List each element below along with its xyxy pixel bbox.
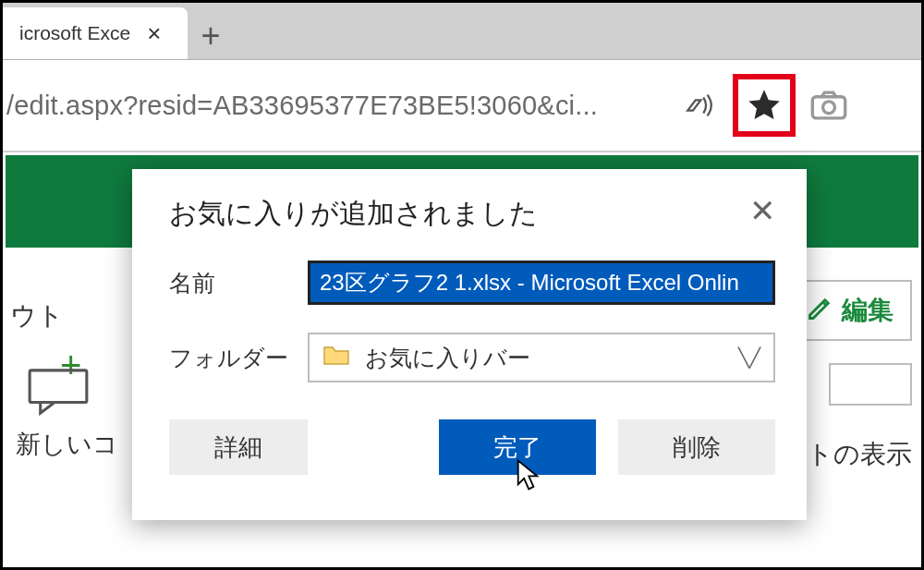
folder-value: お気に入りバー (365, 343, 723, 373)
close-dialog-button[interactable]: ✕ (749, 195, 775, 226)
tab-title: icrosoft Exce (19, 22, 130, 44)
comment-icon[interactable] (25, 367, 91, 420)
dialog-title: お気に入りが追加されました (169, 195, 538, 233)
screenshot-icon[interactable] (807, 83, 851, 127)
read-aloud-icon[interactable] (677, 83, 722, 127)
address-bar-row: /edit.aspx?resid=AB33695377E73BE5!3060&c… (3, 60, 921, 152)
name-label: 名前 (169, 268, 308, 298)
bg-empty-box (829, 363, 912, 406)
browser-window: icrosoft Exce × + /edit.aspx?resid=AB336… (0, 0, 924, 570)
mouse-cursor-icon (515, 458, 541, 498)
bg-show-label: トの表示 (807, 437, 912, 472)
chevron-down-icon: ╲╱ (738, 346, 760, 369)
details-button[interactable]: 詳細 (169, 419, 308, 475)
folder-label: フォルダー (169, 343, 308, 373)
delete-button[interactable]: 削除 (618, 419, 775, 475)
browser-tab[interactable]: icrosoft Exce × (3, 7, 188, 59)
bg-text-fragment: ウト (10, 298, 64, 334)
folder-icon (322, 344, 350, 371)
favorite-name-input[interactable] (308, 261, 775, 305)
edit-label: 編集 (842, 293, 894, 328)
new-comment-label: 新しいコ (16, 428, 118, 461)
star-filled-icon (746, 87, 783, 124)
url-text[interactable]: /edit.aspx?resid=AB33695377E73BE5!3060&c… (3, 91, 668, 121)
done-button[interactable]: 完了 (439, 419, 596, 475)
folder-select[interactable]: お気に入りバー ╲╱ (308, 333, 775, 382)
favorites-star-button[interactable] (733, 74, 796, 137)
favorite-added-dialog: お気に入りが追加されました ✕ 名前 フォルダー お気に入りバー ╲╱ 詳細 (132, 169, 807, 520)
close-tab-icon[interactable]: × (147, 21, 161, 45)
plus-icon: + (201, 17, 220, 55)
tab-strip: icrosoft Exce × + (3, 3, 921, 60)
svg-rect-2 (30, 370, 87, 403)
svg-point-1 (823, 102, 835, 114)
new-tab-button[interactable]: + (188, 13, 234, 59)
edit-button[interactable]: 編集 (788, 280, 912, 341)
pencil-icon (807, 296, 833, 325)
